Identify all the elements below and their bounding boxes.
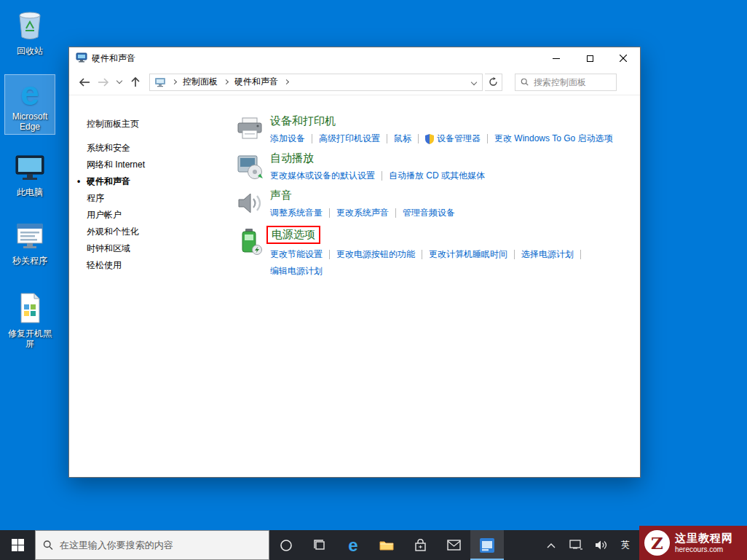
link-add-device[interactable]: 添加设备 xyxy=(270,133,305,145)
watermark-site-name: 这里教程网 xyxy=(675,532,733,545)
link-divider xyxy=(418,134,419,143)
forward-button[interactable] xyxy=(95,74,112,91)
taskbar-search-input[interactable] xyxy=(60,540,261,551)
desktop: 回收站 e Microsoft Edge 此电脑 xyxy=(0,0,747,560)
language-indicator[interactable]: 英 xyxy=(613,530,638,560)
active-app-button[interactable] xyxy=(470,530,504,560)
link-change-power-saving-settings[interactable]: 更改节能设置 xyxy=(270,248,323,261)
link-edit-power-plan[interactable]: 编辑电源计划 xyxy=(270,265,323,277)
store-button[interactable] xyxy=(403,530,437,560)
section-links: 添加设备 高级打印机设置 鼠标 xyxy=(270,133,640,145)
sidebar-item-appearance[interactable]: 外观和个性化 xyxy=(87,225,229,242)
desktop-icon-label: 此电脑 xyxy=(17,187,43,197)
link-mouse[interactable]: 鼠标 xyxy=(394,133,411,145)
desktop-icon-label: 回收站 xyxy=(17,46,43,56)
address-dropdown-icon[interactable] xyxy=(471,79,477,84)
window-title: 硬件和声音 xyxy=(92,52,135,65)
sidebar-item-network-internet[interactable]: 网络和 Internet xyxy=(87,158,229,175)
section-title-sound[interactable]: 声音 xyxy=(270,189,292,202)
link-divider xyxy=(487,134,488,143)
section-title-power-options[interactable]: 电源选项 xyxy=(266,226,320,244)
desktop-icon-recycle-bin[interactable]: 回收站 xyxy=(4,6,55,58)
network-status-button[interactable] xyxy=(564,530,588,560)
desktop-icon-edge[interactable]: e Microsoft Edge xyxy=(4,74,55,135)
breadcrumb-chevron-icon xyxy=(172,79,177,84)
link-divider xyxy=(395,208,396,218)
taskbar: e xyxy=(0,530,747,560)
section-power-options: 电源选项 更改节能设置 更改电源按钮的功能 更改计算机睡眠时间 选择电源计划 xyxy=(229,226,640,277)
desktop-icon-label: 秒关程序 xyxy=(12,256,47,266)
printer-icon xyxy=(229,114,270,145)
tray-show-hidden-icons-button[interactable] xyxy=(539,530,564,560)
back-button[interactable] xyxy=(75,74,92,91)
breadcrumb-item-control-panel[interactable]: 控制面板 xyxy=(181,74,219,90)
minimize-button[interactable] xyxy=(540,47,573,69)
section-autoplay: 自动播放 更改媒体或设备的默认设置 自动播放 CD 或其他媒体 xyxy=(229,151,640,182)
task-view-button[interactable] xyxy=(303,530,336,560)
mail-button[interactable] xyxy=(437,530,470,560)
sidebar-item-control-panel-home[interactable]: 控制面板主页 xyxy=(87,117,229,134)
link-play-cds-automatically[interactable]: 自动播放 CD 或其他媒体 xyxy=(389,170,485,182)
sidebar-item-hardware-sound[interactable]: 硬件和声音 xyxy=(87,175,229,192)
link-change-default-media-settings[interactable]: 更改媒体或设备的默认设置 xyxy=(270,170,375,182)
link-windows-to-go[interactable]: 更改 Windows To Go 启动选项 xyxy=(494,133,612,145)
taskbar-search[interactable] xyxy=(35,530,269,560)
window-titlebar[interactable]: 硬件和声音 xyxy=(69,47,640,69)
this-pc-icon xyxy=(13,154,47,185)
desktop-icon-this-pc[interactable]: 此电脑 xyxy=(4,151,55,200)
section-title-devices-printers[interactable]: 设备和打印机 xyxy=(270,114,336,128)
link-change-power-button-function[interactable]: 更改电源按钮的功能 xyxy=(336,248,415,261)
close-button[interactable] xyxy=(606,47,640,69)
battery-icon xyxy=(229,226,270,277)
link-divider xyxy=(422,250,422,259)
link-divider xyxy=(329,250,330,259)
watermark: Z 这里教程网 herecours.com xyxy=(639,526,747,560)
edge-taskbar-button[interactable]: e xyxy=(336,530,370,560)
link-change-system-sounds[interactable]: 更改系统声音 xyxy=(336,207,389,219)
window-titlebar-icon xyxy=(76,52,87,66)
start-button[interactable] xyxy=(0,530,35,560)
refresh-button[interactable] xyxy=(485,74,502,91)
link-adjust-system-volume[interactable]: 调整系统音量 xyxy=(270,207,323,219)
content-area: 设备和打印机 添加设备 高级打印机设置 鼠标 xyxy=(229,95,640,477)
sidebar: 控制面板主页 系统和安全 网络和 Internet 硬件和声音 程序 用户帐户 … xyxy=(69,95,229,477)
edge-icon: e xyxy=(14,77,46,109)
link-divider xyxy=(312,134,312,143)
document-blocks-icon xyxy=(15,292,45,326)
maximize-button[interactable] xyxy=(573,47,606,69)
cortana-button[interactable] xyxy=(269,530,303,560)
section-links: 调整系统音量 更改系统声音 管理音频设备 xyxy=(270,207,640,219)
recent-locations-button[interactable] xyxy=(114,74,125,91)
breadcrumb-item-hardware-and-sound[interactable]: 硬件和声音 xyxy=(233,74,280,90)
section-title-autoplay[interactable]: 自动播放 xyxy=(270,151,314,165)
navigation-bar: 控制面板 硬件和声音 xyxy=(69,69,640,95)
sidebar-item-programs[interactable]: 程序 xyxy=(87,192,229,208)
desktop-icon-app-2[interactable]: 修复开机黑屏 xyxy=(4,290,55,351)
sidebar-item-clock-region[interactable]: 时钟和区域 xyxy=(87,242,229,259)
address-bar[interactable]: 控制面板 硬件和声音 xyxy=(149,74,483,91)
sidebar-item-ease-of-access[interactable]: 轻松使用 xyxy=(87,259,229,275)
link-manage-audio-devices[interactable]: 管理音频设备 xyxy=(403,207,455,219)
breadcrumb-chevron-icon xyxy=(224,79,229,84)
sidebar-item-system-security[interactable]: 系统和安全 xyxy=(87,141,229,158)
link-choose-power-plan[interactable]: 选择电源计划 xyxy=(521,248,574,261)
volume-button[interactable] xyxy=(588,530,613,560)
control-panel-search[interactable] xyxy=(515,74,617,91)
file-explorer-button[interactable] xyxy=(370,530,403,560)
link-change-sleep-time[interactable]: 更改计算机睡眠时间 xyxy=(429,248,507,261)
link-advanced-printer-setup[interactable]: 高级打印机设置 xyxy=(319,133,380,145)
section-links: 编辑电源计划 xyxy=(270,265,640,277)
breadcrumb: 控制面板 硬件和声音 xyxy=(167,74,472,90)
search-icon xyxy=(43,540,53,551)
sidebar-item-user-accounts[interactable]: 用户帐户 xyxy=(87,208,229,225)
link-device-manager[interactable]: 设备管理器 xyxy=(437,133,481,145)
search-input[interactable] xyxy=(534,77,611,87)
watermark-site-url: herecours.com xyxy=(675,545,733,555)
up-arrow-icon xyxy=(130,76,141,88)
desktop-icon-app-1[interactable]: 秒关程序 xyxy=(4,220,55,268)
maximize-icon xyxy=(587,55,593,62)
active-app-icon xyxy=(479,537,495,553)
minimize-icon xyxy=(553,58,560,59)
up-button[interactable] xyxy=(127,74,144,91)
watermark-logo-icon: Z xyxy=(644,530,670,556)
